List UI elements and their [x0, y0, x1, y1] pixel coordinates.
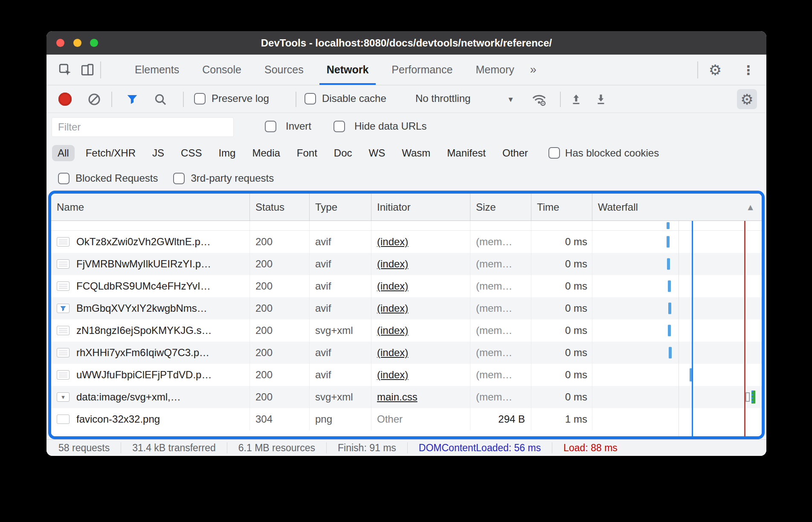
status-bar: 58 requests31.4 kB transferred6.1 MB res…: [46, 439, 766, 456]
tab-sources[interactable]: Sources: [253, 55, 315, 85]
invert-checkbox[interactable]: [265, 121, 276, 132]
size-cell: (mem…: [470, 319, 531, 342]
third-party-requests-checkbox[interactable]: [173, 173, 185, 184]
request-filter-row: Blocked Requests 3rd-party requests: [46, 166, 766, 191]
initiator-link[interactable]: main.css: [377, 391, 418, 403]
column-header-size[interactable]: Size: [470, 194, 531, 220]
initiator-link[interactable]: (index): [377, 280, 408, 292]
waterfall-gridline: [679, 221, 679, 436]
minimize-window-button[interactable]: [73, 39, 81, 47]
column-header-time[interactable]: Time: [531, 194, 592, 220]
initiator-link[interactable]: (index): [377, 302, 408, 314]
initiator-link[interactable]: (index): [377, 347, 408, 359]
table-row[interactable]: FjVMRBNwMyIlkUEIRzYI.p… 200 avif (index)…: [51, 253, 762, 275]
type-cell: avif: [310, 342, 371, 364]
table-row[interactable]: zN18ngzI6ejSpoKMYKJG.s… 200 svg+xml (ind…: [51, 319, 762, 342]
has-blocked-cookies-label[interactable]: Has blocked cookies: [565, 147, 659, 159]
table-row[interactable]: rhXHHi7yxFm6IqiwQ7C3.p… 200 avif (index)…: [51, 342, 762, 364]
initiator-cell: (index): [371, 364, 470, 386]
type-filter-font[interactable]: Font: [291, 145, 323, 161]
status-cell: 200: [250, 231, 310, 253]
type-filter-ws[interactable]: WS: [363, 145, 391, 161]
type-filter-css[interactable]: CSS: [175, 145, 207, 161]
type-filter-img[interactable]: Img: [213, 145, 241, 161]
filter-input[interactable]: [52, 117, 234, 137]
status-bar-item-3: Finish: 91 ms: [326, 442, 407, 453]
record-network-log-button[interactable]: [58, 93, 72, 106]
column-header-waterfall[interactable]: Waterfall ▲: [592, 194, 762, 220]
column-header-type[interactable]: Type: [310, 194, 371, 220]
table-row[interactable]: BmGbqXVYxIY2kwgbNms… 200 avif (index) (m…: [51, 297, 762, 319]
third-party-requests-label[interactable]: 3rd-party requests: [191, 172, 274, 184]
export-har-download-icon[interactable]: [592, 91, 609, 108]
sort-ascending-icon: ▲: [746, 202, 755, 212]
type-filter-js[interactable]: JS: [147, 145, 170, 161]
table-row[interactable]: favicon-32x32.png 304 png Other 294 B 1 …: [51, 408, 762, 430]
type-filter-fetch-xhr[interactable]: Fetch/XHR: [80, 145, 141, 161]
preserve-log-checkbox[interactable]: [194, 93, 206, 104]
hide-data-urls-checkbox[interactable]: [334, 121, 345, 132]
zoom-window-button[interactable]: [90, 39, 98, 47]
inspect-element-icon[interactable]: [57, 61, 74, 78]
initiator-cell: (index): [371, 319, 470, 342]
hide-data-urls-label[interactable]: Hide data URLs: [354, 120, 426, 132]
table-row[interactable]: data:image/svg+xml,… 200 svg+xml main.cs…: [51, 386, 762, 408]
search-icon[interactable]: [152, 91, 169, 108]
type-filter-all[interactable]: All: [52, 145, 75, 161]
type-filter-media[interactable]: Media: [246, 145, 285, 161]
tab-memory[interactable]: Memory: [464, 55, 525, 85]
invert-label[interactable]: Invert: [286, 120, 311, 132]
devtools-settings-gear-icon[interactable]: ⚙: [707, 61, 724, 78]
close-window-button[interactable]: [56, 39, 64, 47]
table-row[interactable]: OkTz8xZwi0zVh2GWltnE.p… 200 avif (index)…: [51, 231, 762, 253]
import-har-upload-icon[interactable]: [568, 91, 585, 108]
blocked-requests-label[interactable]: Blocked Requests: [75, 172, 158, 184]
device-toolbar-icon[interactable]: [79, 61, 96, 78]
time-cell: 0 ms: [531, 342, 592, 364]
waterfall-dash-mark: [668, 281, 671, 292]
tab-console[interactable]: Console: [191, 55, 253, 85]
name-cell: BmGbqXVYxIY2kwgbNms…: [51, 297, 250, 319]
preserve-log-label[interactable]: Preserve log: [212, 93, 269, 104]
more-tabs-icon[interactable]: »: [526, 55, 541, 85]
kebab-menu-icon[interactable]: ⋮: [740, 61, 757, 78]
size-cell: (mem…: [470, 386, 531, 408]
type-filter-manifest[interactable]: Manifest: [441, 145, 491, 161]
tab-elements[interactable]: Elements: [123, 55, 191, 85]
waterfall-cell: [592, 342, 762, 364]
initiator-link[interactable]: (index): [377, 236, 408, 248]
request-name: FCQLdbRS9UMc4eFHzYvI…: [76, 280, 211, 292]
disable-cache-label[interactable]: Disable cache: [322, 93, 386, 104]
clear-network-log-icon[interactable]: [86, 91, 103, 108]
has-blocked-cookies-checkbox[interactable]: [548, 147, 560, 159]
initiator-cell: (index): [371, 231, 470, 253]
type-cell: avif: [310, 253, 371, 275]
disable-cache-checkbox[interactable]: [304, 93, 316, 104]
network-settings-gear-icon[interactable]: ⚙: [737, 89, 757, 109]
tab-network[interactable]: Network: [315, 55, 380, 85]
filter-row: Invert Hide data URLs: [46, 113, 766, 140]
network-toolbar: Preserve log Disable cache No throttling…: [46, 85, 766, 113]
table-row[interactable]: FCQLdbRS9UMc4eFHzYvI… 200 avif (index) (…: [51, 275, 762, 297]
column-header-initiator[interactable]: Initiator: [371, 194, 470, 220]
table-row[interactable]: uWWJfuFbpiClEFjPTdVD.p… 200 avif (index)…: [51, 364, 762, 386]
throttling-select[interactable]: No throttling: [415, 93, 470, 104]
type-filter-other[interactable]: Other: [497, 145, 534, 161]
filter-funnel-icon[interactable]: [124, 91, 141, 108]
waterfall-dash-mark: [668, 325, 671, 336]
initiator-link[interactable]: (index): [377, 325, 408, 336]
request-name: OkTz8xZwi0zVh2GWltnE.p…: [76, 236, 211, 248]
tab-performance[interactable]: Performance: [380, 55, 464, 85]
time-cell: 0 ms: [531, 297, 592, 319]
initiator-link[interactable]: (index): [377, 258, 408, 270]
network-conditions-icon[interactable]: [531, 91, 548, 108]
blocked-requests-checkbox[interactable]: [58, 173, 70, 184]
initiator-link[interactable]: (index): [377, 369, 408, 381]
column-header-status[interactable]: Status: [250, 194, 310, 220]
type-filter-wasm[interactable]: Wasm: [396, 145, 436, 161]
initiator-cell: main.css: [371, 386, 470, 408]
status-cell: 200: [250, 386, 310, 408]
chevron-down-icon[interactable]: ▼: [507, 96, 514, 104]
column-header-name[interactable]: Name: [51, 194, 250, 220]
type-filter-doc[interactable]: Doc: [328, 145, 358, 161]
